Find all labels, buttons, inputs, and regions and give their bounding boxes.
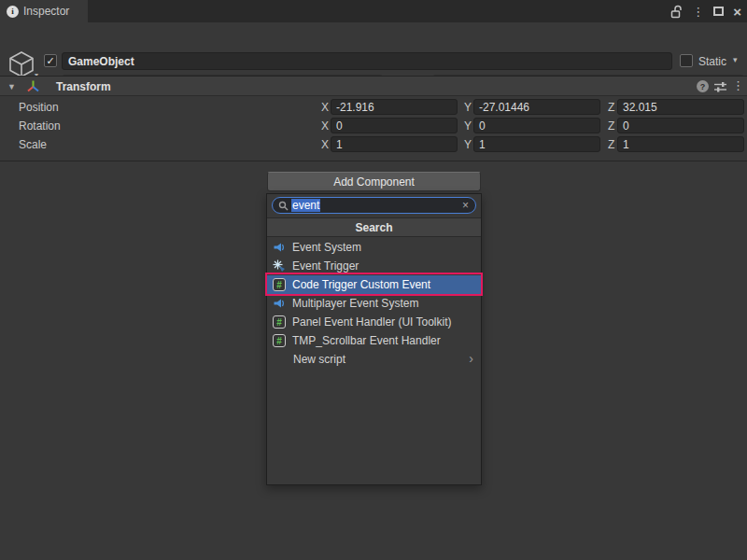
name-input[interactable]: GameObject	[62, 52, 672, 70]
tab-inspector[interactable]: i Inspector	[0, 0, 88, 22]
search-text-selected: event	[291, 199, 320, 212]
event-system-icon	[273, 241, 286, 254]
menu-icon[interactable]: ⋮	[692, 5, 704, 19]
list-item-new-script[interactable]: New script ›	[267, 350, 481, 369]
script-icon: #	[273, 315, 286, 329]
close-icon[interactable]: ×	[733, 4, 741, 20]
chevron-right-icon: ›	[469, 351, 473, 366]
scale-z-field[interactable]: 1	[617, 136, 744, 152]
scale-y-field[interactable]: 1	[473, 136, 600, 152]
list-item-event-system[interactable]: Event System	[267, 238, 481, 257]
rotation-label: Rotation	[19, 119, 61, 133]
clear-search-icon[interactable]: ×	[462, 199, 469, 212]
gameobject-header: ▾ ✓ GameObject Static ▾ Tag Untagged ▾ L…	[0, 22, 747, 75]
scale-x-field[interactable]: 1	[331, 136, 458, 152]
list-item-event-trigger[interactable]: Event Trigger	[267, 257, 481, 275]
search-section-header: Search	[267, 217, 481, 237]
maximize-icon[interactable]	[713, 7, 724, 16]
tab-bar: i Inspector ⋮ ×	[0, 0, 747, 22]
add-component-popup: event × Search Event System Event T	[266, 193, 482, 485]
item-label: Event Trigger	[292, 259, 359, 273]
item-label: Multiplayer Event System	[292, 297, 418, 310]
list-item-tmp-scrollbar-event-handler[interactable]: # TMP_Scrollbar Event Handler	[267, 331, 481, 350]
position-x-field[interactable]: -21.916	[331, 99, 458, 115]
item-label: TMP_Scrollbar Event Handler	[292, 334, 441, 347]
item-label: Event System	[292, 241, 361, 254]
z-axis-label: Z	[608, 101, 614, 114]
static-checkbox[interactable]	[680, 54, 693, 67]
position-row: Position X -21.916 Y -27.01446 Z 32.015	[0, 98, 747, 117]
scale-row: Scale X 1 Y 1 Z 1	[0, 135, 747, 154]
y-axis-label: Y	[464, 101, 472, 114]
add-component-button[interactable]: Add Component	[267, 172, 481, 191]
rotation-x-field[interactable]: 0	[331, 118, 458, 133]
x-axis-label: X	[321, 101, 329, 114]
position-z-field[interactable]: 32.015	[617, 99, 744, 115]
rotation-z-field[interactable]: 0	[617, 118, 744, 133]
y-axis-label: Y	[464, 138, 472, 151]
item-label: Code Trigger Custom Event	[292, 278, 430, 291]
lock-icon[interactable]	[670, 5, 683, 19]
rotation-y-field[interactable]: 0	[473, 118, 600, 133]
item-label: New script	[293, 353, 345, 366]
list-item-code-trigger-custom-event[interactable]: # Code Trigger Custom Event	[267, 275, 481, 294]
event-trigger-icon	[273, 259, 286, 273]
help-icon[interactable]: ?	[697, 80, 709, 92]
item-label: Panel Event Handler (UI Toolkit)	[292, 315, 452, 329]
foldout-arrow-icon[interactable]: ▼	[7, 82, 16, 91]
z-axis-label: Z	[608, 119, 614, 133]
transform-axis-icon	[26, 79, 40, 96]
position-y-field[interactable]: -27.01446	[473, 99, 600, 115]
info-icon: i	[7, 6, 19, 18]
enabled-checkbox[interactable]: ✓	[44, 54, 57, 67]
script-icon: #	[273, 334, 286, 347]
y-axis-label: Y	[464, 119, 472, 133]
scale-label: Scale	[19, 138, 47, 151]
z-axis-label: Z	[608, 138, 614, 151]
x-axis-label: X	[321, 119, 329, 133]
component-title: Transform	[56, 80, 111, 93]
static-label: Static	[698, 55, 726, 68]
static-dropdown-arrow[interactable]: ▾	[733, 55, 738, 64]
component-menu-icon[interactable]: ⋮	[732, 78, 744, 92]
list-item-panel-event-handler[interactable]: # Panel Event Handler (UI Toolkit)	[267, 313, 481, 331]
window-controls: ⋮ ×	[670, 0, 741, 22]
list-item-multiplayer-event-system[interactable]: Multiplayer Event System	[267, 294, 481, 313]
transform-header[interactable]	[0, 76, 747, 96]
search-icon	[278, 201, 289, 211]
rotation-row: Rotation X 0 Y 0 Z 0	[0, 117, 747, 135]
tab-title: Inspector	[23, 5, 69, 18]
x-axis-label: X	[321, 138, 329, 151]
script-icon: #	[273, 278, 286, 291]
divider	[0, 161, 747, 161]
position-label: Position	[19, 101, 59, 114]
preset-icon[interactable]	[713, 80, 727, 96]
search-input[interactable]: event ×	[272, 197, 476, 214]
event-system-icon	[273, 297, 286, 310]
